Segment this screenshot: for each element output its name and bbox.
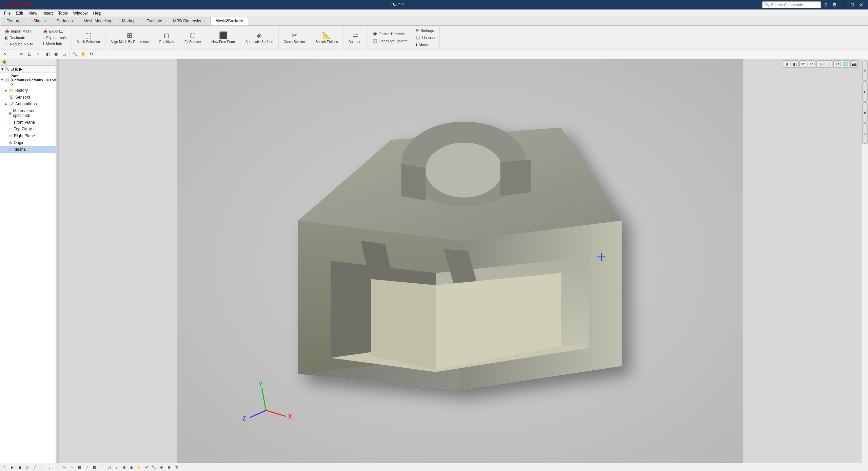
tree-icon-collapse[interactable]: ⊟ <box>11 67 14 71</box>
export-button[interactable]: 📤 Export... <box>41 28 68 34</box>
vp-section-view[interactable]: ✂ <box>808 60 815 68</box>
tree-item-material[interactable]: ◆ Material <not specified> <box>0 107 56 119</box>
vp-view-focus[interactable]: ⊙ <box>816 60 824 68</box>
license-button[interactable]: 📋 License <box>414 35 437 40</box>
tree-item-right-plane[interactable]: ▭ Right Plane <box>0 132 56 139</box>
tab-mesh-modeling[interactable]: Mesh Modeling <box>78 17 116 25</box>
tb2-select[interactable]: ⬚ <box>9 50 17 58</box>
btb-exit-sketch[interactable]: ◫ <box>173 464 180 471</box>
fit-surface-button[interactable]: ⬡ Fit Surface <box>182 29 203 45</box>
btb-rect[interactable]: □ <box>54 464 60 471</box>
vp-scene[interactable]: 🌐 <box>842 60 849 68</box>
right-btn-1[interactable]: ⊞ <box>862 60 868 81</box>
tree-annotations-expand[interactable]: ▶ <box>4 102 7 106</box>
tree-history-expand[interactable]: ▶ <box>4 89 7 92</box>
tb2-pointer[interactable]: ↖ <box>1 50 9 58</box>
right-btn-2[interactable]: ◧ <box>862 81 868 102</box>
collapse-handle[interactable]: | <box>56 59 59 463</box>
online-tutorials-button[interactable]: 🎓 Online Tutorials <box>371 31 410 37</box>
vp-camera[interactable]: 📷 <box>850 60 858 68</box>
help-button[interactable]: ? <box>822 1 829 8</box>
btb-extend[interactable]: ↔ <box>68 464 75 471</box>
settings-button[interactable]: ⚙ <box>830 1 839 8</box>
about-button[interactable]: ℹ About <box>414 42 437 47</box>
vp-settings[interactable]: ⚙ <box>833 60 841 68</box>
btb-mirror[interactable]: ⇌ <box>83 464 90 471</box>
menu-view[interactable]: View <box>26 10 40 16</box>
tb2-dimension[interactable]: ⊡ <box>26 50 33 58</box>
tb2-sketch[interactable]: ✏ <box>18 50 25 58</box>
import-mesh-button[interactable]: 📥 Import Mesh <box>3 28 35 34</box>
tab-mesh2surface[interactable]: Mesh2Surface <box>210 17 248 25</box>
btb-display[interactable]: ◉ <box>128 464 135 471</box>
mesh-selection-button[interactable]: ⬚ Mesh Selection <box>75 29 102 45</box>
btb-arc[interactable]: ⌒ <box>39 464 45 471</box>
menu-edit[interactable]: Edit <box>13 10 26 16</box>
tree-item-front-plane[interactable]: ▭ Front Plane <box>0 119 56 126</box>
right-btn-3[interactable]: ▣ <box>862 102 868 123</box>
tree-item-annotations[interactable]: ▶ 📝 Annotations <box>0 101 56 107</box>
vp-expand[interactable]: ⬜ <box>825 60 832 68</box>
tab-features[interactable]: Features <box>1 17 27 25</box>
tab-surfaces[interactable]: Surfaces <box>52 17 78 25</box>
check-update-button[interactable]: 🔄 Check for Update <box>371 38 410 44</box>
tree-item-mesh1[interactable]: ⬡ Mesh1 <box>0 146 56 153</box>
menu-help[interactable]: Help <box>91 10 104 16</box>
vp-hide-show[interactable]: 👁 <box>800 60 807 68</box>
tab-evaluate[interactable]: Evaluate <box>141 17 167 25</box>
menu-window[interactable]: Window <box>71 10 91 16</box>
right-btn-4[interactable]: ⊙ <box>862 123 868 144</box>
btb-play[interactable]: ⏸ <box>16 464 23 471</box>
settings-button-ribbon[interactable]: ⚙ Settings <box>414 27 437 33</box>
align-mesh-button[interactable]: ⊞ Align Mesh By Reference <box>108 29 151 45</box>
fit-sketch-button[interactable]: 📐 Sketch Entities <box>313 29 340 45</box>
close-button[interactable]: ✕ <box>857 1 865 8</box>
btb-rapid[interactable]: ⚡ <box>136 464 142 471</box>
tree-item-top-plane[interactable]: ▭ Top Plane <box>0 126 56 132</box>
minimize-button[interactable]: ─ <box>840 1 848 8</box>
tab-markup[interactable]: Markup <box>117 17 141 25</box>
btb-trim[interactable]: ✂ <box>61 464 68 471</box>
menu-insert[interactable]: Insert <box>40 10 56 16</box>
cross-section-button[interactable]: ✂ Cross-Section <box>281 29 308 45</box>
primitives-button[interactable]: ◻ Primitives <box>157 29 176 45</box>
viewport-3d[interactable]: X Y Z <box>59 59 861 463</box>
reduce-noise-button[interactable]: 〰 Reduce Noise <box>3 41 35 47</box>
tree-item-history[interactable]: ▶ 📁 History <box>0 87 56 94</box>
btb-chamfer[interactable]: ◿ <box>106 464 113 471</box>
btb-arrow[interactable]: ▶ <box>9 464 16 471</box>
compare-button[interactable]: ⇌ Compare <box>346 29 365 45</box>
btb-snap[interactable]: ⊙ <box>158 464 165 471</box>
tb2-pan[interactable]: ✋ <box>79 50 87 58</box>
vp-display-style[interactable]: ◧ <box>791 60 798 68</box>
btb-grid[interactable]: ⊞ <box>165 464 172 471</box>
decimate-button[interactable]: ◧ Decimate <box>3 35 35 41</box>
btb-repair[interactable]: 🔧 <box>151 464 157 471</box>
tb2-zoom[interactable]: 🔍 <box>71 50 79 58</box>
menu-tools[interactable]: Tools <box>56 10 71 16</box>
tree-icon-expand[interactable]: ⊞ <box>15 67 18 71</box>
tree-item-origin[interactable]: ⊕ Origin <box>0 139 56 146</box>
menu-file[interactable]: File <box>1 10 13 16</box>
tb2-view3[interactable]: □ <box>61 50 68 58</box>
tree-icon-search[interactable]: 🔍 <box>4 67 9 71</box>
btb-select[interactable]: ↖ <box>1 464 8 471</box>
tree-root[interactable]: ▾ ⬜ Part1 (Default<<Default>_Display S <box>0 73 56 87</box>
tb2-view1[interactable]: ◧ <box>44 50 52 58</box>
tree-item-sensors[interactable]: 📡 Sensors <box>0 94 56 101</box>
btb-line[interactable]: ╱ <box>31 464 38 471</box>
flip-normals-button[interactable]: ↕ Flip normals <box>41 35 68 40</box>
btb-circle[interactable]: ○ <box>46 464 53 471</box>
btb-fillet[interactable]: ⌒ <box>98 464 105 471</box>
btb-offset[interactable]: ⊡ <box>76 464 83 471</box>
automatic-surface-button[interactable]: ◈ Automatic Surface <box>243 29 276 45</box>
tree-icon-more[interactable]: ▶ <box>19 67 22 71</box>
tb2-rotate[interactable]: ↻ <box>87 50 95 58</box>
btb-pattern[interactable]: ⊞ <box>91 464 98 471</box>
tree-icon-filter[interactable]: ▾ <box>1 67 3 71</box>
tb2-view2[interactable]: ▣ <box>53 50 60 58</box>
maximize-button[interactable]: □ <box>849 1 856 8</box>
mesh-info-button[interactable]: ℹ Mesh Info <box>41 41 68 47</box>
btb-add-rel[interactable]: ⊕ <box>121 464 127 471</box>
btb-smart-dim[interactable]: ↕ <box>113 464 120 471</box>
